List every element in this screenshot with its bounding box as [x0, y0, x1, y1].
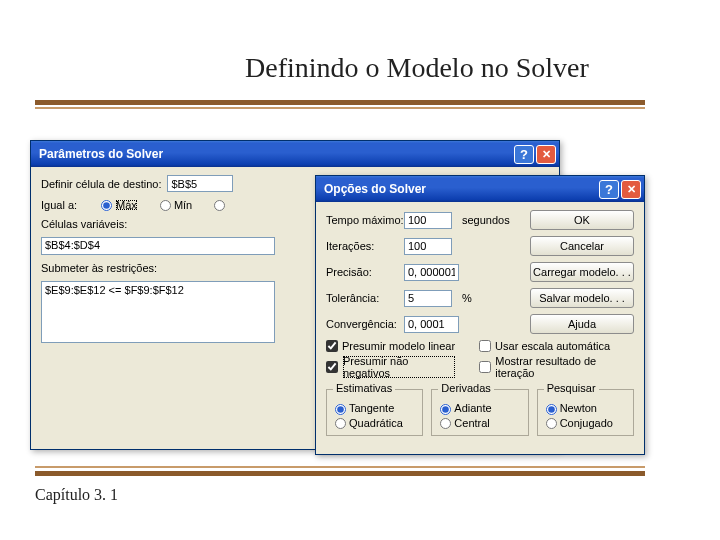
radio-max-label: Máx	[115, 199, 138, 211]
help-button[interactable]: Ajuda	[530, 314, 634, 334]
variable-cells-label: Células variáveis:	[41, 218, 127, 230]
close-button[interactable]: ✕	[621, 180, 641, 199]
dialog-title: Opções do Solver	[324, 182, 426, 196]
radio-forward[interactable]	[440, 404, 451, 415]
constraints-listbox[interactable]: $E$9:$E$12 <= $F$9:$F$12	[41, 281, 275, 343]
radio-value[interactable]	[214, 200, 225, 211]
cancel-button[interactable]: Cancelar	[530, 236, 634, 256]
radio-newton-label: Newton	[560, 402, 597, 414]
tolerance-unit: %	[462, 292, 510, 304]
estimates-legend: Estimativas	[333, 382, 395, 394]
variable-cells-input[interactable]: $B$4:$D$4	[41, 237, 275, 255]
radio-max[interactable]	[101, 200, 112, 211]
derivatives-group: Derivadas Adiante Central	[431, 389, 528, 436]
autoscale-checkbox[interactable]	[479, 340, 491, 352]
radio-central[interactable]	[440, 418, 451, 429]
time-unit: segundos	[462, 214, 510, 226]
linear-label: Presumir modelo linear	[342, 340, 455, 352]
radio-quadratic-label: Quadrática	[349, 417, 403, 429]
time-input[interactable]	[404, 212, 452, 229]
solver-options-dialog: Opções do Solver ? ✕ Tempo máximo: segun…	[315, 175, 645, 455]
search-group: Pesquisar Newton Conjugado	[537, 389, 634, 436]
tolerance-input[interactable]	[404, 290, 452, 307]
search-legend: Pesquisar	[544, 382, 599, 394]
constraints-label: Submeter às restrições:	[41, 262, 157, 274]
target-cell-label: Definir célula de destino:	[41, 178, 161, 190]
radio-conjugate-label: Conjugado	[560, 417, 613, 429]
radio-tangent-label: Tangente	[349, 402, 394, 414]
help-button[interactable]: ?	[599, 180, 619, 199]
radio-min-label: Mín	[174, 199, 192, 211]
equal-to-label: Igual a:	[41, 199, 77, 211]
help-button[interactable]: ?	[514, 145, 534, 164]
iterations-label: Iterações:	[326, 240, 404, 252]
time-label: Tempo máximo:	[326, 214, 404, 226]
iterations-input[interactable]	[404, 238, 452, 255]
radio-newton[interactable]	[546, 404, 557, 415]
derivatives-legend: Derivadas	[438, 382, 494, 394]
precision-input[interactable]	[404, 264, 459, 281]
page-title: Definindo o Modelo no Solver	[245, 52, 589, 84]
dialog-title: Parâmetros do Solver	[39, 147, 163, 161]
divider	[35, 107, 645, 109]
autoscale-label: Usar escala automática	[495, 340, 610, 352]
titlebar[interactable]: Opções do Solver ? ✕	[316, 176, 644, 202]
ok-button[interactable]: OK	[530, 210, 634, 230]
nonneg-label: Presumir não negativos	[342, 355, 456, 379]
close-button[interactable]: ✕	[536, 145, 556, 164]
tolerance-label: Tolerância:	[326, 292, 404, 304]
radio-tangent[interactable]	[335, 404, 346, 415]
linear-checkbox[interactable]	[326, 340, 338, 352]
radio-conjugate[interactable]	[546, 418, 557, 429]
divider	[35, 471, 645, 476]
load-model-button[interactable]: Carregar modelo. . .	[530, 262, 634, 282]
radio-central-label: Central	[454, 417, 489, 429]
divider	[35, 466, 645, 468]
target-cell-input[interactable]	[167, 175, 233, 192]
radio-quadratic[interactable]	[335, 418, 346, 429]
convergence-label: Convergência:	[326, 318, 404, 330]
estimates-group: Estimativas Tangente Quadrática	[326, 389, 423, 436]
showiter-label: Mostrar resultado de iteração	[495, 355, 634, 379]
precision-label: Precisão:	[326, 266, 404, 278]
constraint-item[interactable]: $E$9:$E$12 <= $F$9:$F$12	[45, 284, 271, 296]
page-footer: Capítulo 3. 1	[35, 486, 118, 504]
titlebar[interactable]: Parâmetros do Solver ? ✕	[31, 141, 559, 167]
showiter-checkbox[interactable]	[479, 361, 491, 373]
radio-forward-label: Adiante	[454, 402, 491, 414]
save-model-button[interactable]: Salvar modelo. . .	[530, 288, 634, 308]
divider	[35, 100, 645, 105]
radio-min[interactable]	[160, 200, 171, 211]
nonneg-checkbox[interactable]	[326, 361, 338, 373]
convergence-input[interactable]	[404, 316, 459, 333]
